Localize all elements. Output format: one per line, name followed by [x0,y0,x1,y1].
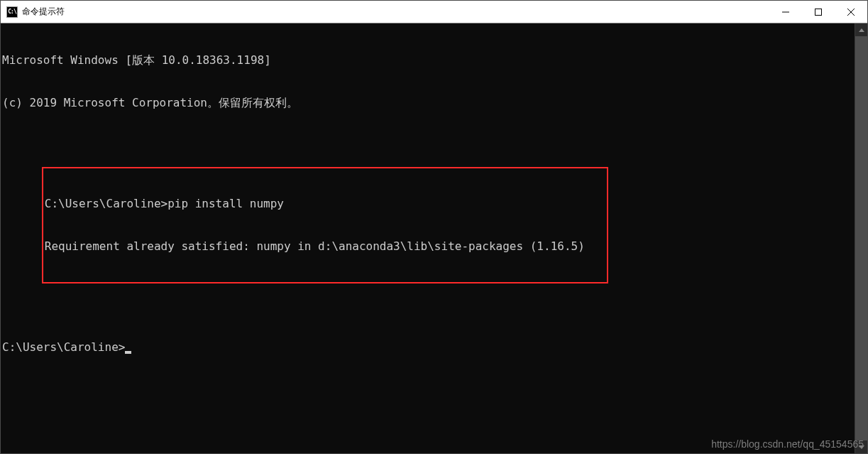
terminal-line: C:\Users\Caroline>pip install numpy [43,197,607,211]
cursor [125,351,131,354]
terminal-prompt-line: C:\Users\Caroline> [2,340,855,355]
terminal-line: Requirement already satisfied: numpy in … [43,239,607,254]
svg-rect-1 [815,9,822,15]
terminal-line: (c) 2019 Microsoft Corporation。保留所有权利。 [2,96,855,110]
minimize-icon [782,9,789,16]
terminal-output[interactable]: Microsoft Windows [版本 10.0.18363.1198] (… [1,23,855,453]
app-icon: C:\ [6,6,18,18]
close-icon [847,9,855,16]
scroll-up-button[interactable] [855,23,867,36]
terminal-prompt: C:\Users\Caroline> [2,340,125,354]
scroll-thumb[interactable] [855,36,867,441]
command-prompt-window: C:\ 命令提示符 Microsoft W [0,0,868,454]
watermark: https://blog.csdn.net/qq_45154565 [711,438,864,450]
terminal-line [2,298,855,312]
maximize-button[interactable] [802,1,835,23]
vertical-scrollbar[interactable] [855,23,867,453]
maximize-icon [815,9,822,16]
chevron-up-icon [859,28,864,32]
minimize-button[interactable] [769,1,802,23]
client-area: Microsoft Windows [版本 10.0.18363.1198] (… [1,23,867,453]
terminal-line: Microsoft Windows [版本 10.0.18363.1198] [2,53,855,67]
window-title: 命令提示符 [22,6,65,18]
titlebar-left: C:\ 命令提示符 [6,6,65,18]
window-controls [769,1,867,23]
terminal-line [2,139,855,153]
highlight-box: C:\Users\Caroline>pip install numpy Requ… [42,167,608,283]
titlebar[interactable]: C:\ 命令提示符 [1,1,867,23]
close-button[interactable] [835,1,867,23]
scroll-track[interactable] [855,36,867,441]
